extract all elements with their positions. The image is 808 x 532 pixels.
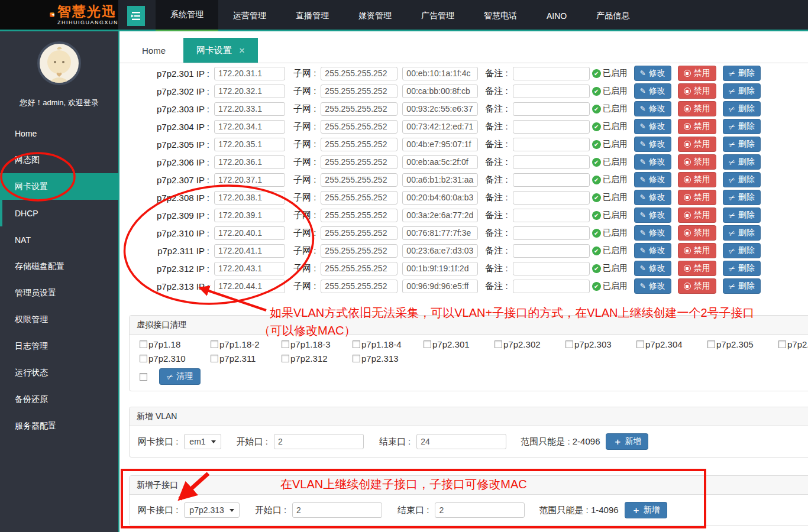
ip-input[interactable] bbox=[214, 138, 285, 151]
checkbox[interactable] bbox=[565, 340, 573, 348]
disable-button[interactable]: 禁用 bbox=[678, 83, 716, 99]
select-all-checkbox[interactable] bbox=[140, 373, 147, 381]
disable-button[interactable]: 禁用 bbox=[678, 101, 716, 116]
checkbox[interactable] bbox=[353, 355, 360, 362]
subiface-start-input[interactable] bbox=[292, 502, 382, 518]
sidebar-item[interactable]: 日志管理 bbox=[0, 333, 118, 359]
sidebar-item[interactable]: 网态图 bbox=[0, 147, 118, 173]
disable-button[interactable]: 禁用 bbox=[678, 172, 716, 187]
ip-input[interactable] bbox=[214, 226, 285, 240]
checkbox[interactable] bbox=[211, 355, 218, 362]
sidebar-item[interactable]: NAT bbox=[0, 226, 118, 253]
edit-button[interactable]: ✎ 修改 bbox=[634, 119, 671, 134]
remark-input[interactable] bbox=[513, 85, 590, 98]
ip-input[interactable] bbox=[214, 262, 285, 275]
mac-input[interactable] bbox=[402, 138, 478, 151]
remark-input[interactable] bbox=[513, 280, 590, 293]
interface-checkbox-item[interactable]: p7p2.306 bbox=[778, 339, 808, 349]
vlan-add-button[interactable]: ＋ 新增 bbox=[606, 433, 648, 450]
edit-button[interactable]: ✎ 修改 bbox=[634, 261, 671, 276]
sidebar-item[interactable]: Home bbox=[0, 120, 118, 147]
remark-input[interactable] bbox=[513, 191, 590, 205]
ip-input[interactable] bbox=[214, 173, 285, 187]
mac-input[interactable] bbox=[402, 67, 478, 80]
edit-button[interactable]: ✎ 修改 bbox=[634, 225, 671, 241]
interface-checkbox-item[interactable]: p7p1.18-3 bbox=[282, 339, 353, 349]
checkbox[interactable] bbox=[707, 340, 715, 348]
vlan-end-input[interactable] bbox=[416, 434, 506, 449]
ip-input[interactable] bbox=[214, 155, 285, 169]
edit-button[interactable]: ✎ 修改 bbox=[634, 66, 671, 81]
sidebar-item[interactable]: DHCP bbox=[0, 200, 118, 226]
disable-button[interactable]: 禁用 bbox=[678, 261, 716, 276]
subnet-input[interactable] bbox=[321, 209, 397, 222]
remark-input[interactable] bbox=[513, 138, 590, 151]
ip-input[interactable] bbox=[214, 102, 285, 116]
navbar-item[interactable]: 运营管理 bbox=[218, 0, 281, 31]
subnet-input[interactable] bbox=[321, 138, 397, 151]
navbar-item[interactable]: 媒资管理 bbox=[344, 0, 406, 31]
disable-button[interactable]: 禁用 bbox=[678, 190, 716, 205]
ip-input[interactable] bbox=[214, 280, 285, 293]
remark-input[interactable] bbox=[513, 102, 590, 116]
ip-input[interactable] bbox=[214, 244, 285, 258]
ip-input[interactable] bbox=[214, 209, 285, 222]
interface-checkbox-item[interactable]: p7p2.302 bbox=[495, 339, 565, 349]
interface-checkbox-item[interactable]: p7p1.18 bbox=[140, 339, 211, 349]
remark-input[interactable] bbox=[513, 262, 590, 275]
sidebar-item[interactable]: 存储磁盘配置 bbox=[0, 253, 118, 280]
checkbox[interactable] bbox=[140, 355, 147, 362]
subiface-end-input[interactable] bbox=[435, 502, 525, 518]
navbar-item[interactable]: 智慧电话 bbox=[469, 0, 532, 31]
remark-input[interactable] bbox=[513, 173, 590, 187]
interface-checkbox-item[interactable]: p7p2.303 bbox=[565, 339, 636, 349]
mac-input[interactable] bbox=[402, 226, 478, 240]
mac-input[interactable] bbox=[402, 262, 478, 275]
mac-input[interactable] bbox=[402, 120, 478, 134]
interface-checkbox-item[interactable]: p7p1.18-4 bbox=[353, 339, 424, 349]
remark-input[interactable] bbox=[513, 209, 590, 222]
interface-checkbox-item[interactable]: p7p2.313 bbox=[353, 353, 424, 364]
ip-input[interactable] bbox=[214, 120, 285, 134]
mac-input[interactable] bbox=[402, 191, 478, 205]
checkbox[interactable] bbox=[495, 340, 502, 348]
edit-button[interactable]: ✎ 修改 bbox=[634, 83, 671, 99]
delete-button[interactable]: ✂ 删除 bbox=[723, 101, 761, 116]
ip-input[interactable] bbox=[214, 85, 285, 98]
subnet-input[interactable] bbox=[321, 67, 397, 80]
subnet-input[interactable] bbox=[321, 155, 397, 169]
remark-input[interactable] bbox=[513, 226, 590, 240]
subiface-add-button[interactable]: ＋ 新增 bbox=[625, 502, 667, 518]
subnet-input[interactable] bbox=[321, 191, 397, 205]
disable-button[interactable]: 禁用 bbox=[678, 278, 716, 294]
checkbox[interactable] bbox=[140, 340, 147, 348]
subnet-input[interactable] bbox=[321, 102, 397, 116]
delete-button[interactable]: ✂ 删除 bbox=[723, 137, 761, 152]
sidebar-toggle-button[interactable] bbox=[127, 6, 145, 26]
disable-button[interactable]: 禁用 bbox=[678, 225, 716, 241]
delete-button[interactable]: ✂ 删除 bbox=[723, 83, 761, 99]
delete-button[interactable]: ✂ 删除 bbox=[723, 207, 761, 223]
delete-button[interactable]: ✂ 删除 bbox=[723, 119, 761, 134]
edit-button[interactable]: ✎ 修改 bbox=[634, 243, 671, 258]
edit-button[interactable]: ✎ 修改 bbox=[634, 172, 671, 187]
ip-input[interactable] bbox=[214, 67, 285, 80]
navbar-item[interactable]: 广告管理 bbox=[406, 0, 469, 31]
mac-input[interactable] bbox=[402, 85, 478, 98]
edit-button[interactable]: ✎ 修改 bbox=[634, 137, 671, 152]
delete-button[interactable]: ✂ 删除 bbox=[723, 261, 761, 276]
tab-network-settings[interactable]: 网卡设置 × bbox=[183, 38, 258, 63]
vlan-interface-select[interactable]: em1 bbox=[184, 434, 221, 449]
subnet-input[interactable] bbox=[321, 226, 397, 240]
disable-button[interactable]: 禁用 bbox=[678, 137, 716, 152]
sidebar-item[interactable]: 备份还原 bbox=[0, 386, 118, 413]
interface-checkbox-item[interactable]: p7p2.304 bbox=[636, 339, 707, 349]
remark-input[interactable] bbox=[513, 155, 590, 169]
interface-checkbox-item[interactable]: p7p2.311 bbox=[211, 353, 282, 364]
sidebar-item[interactable]: 运行状态 bbox=[0, 359, 118, 386]
delete-button[interactable]: ✂ 删除 bbox=[723, 243, 761, 258]
subnet-input[interactable] bbox=[321, 85, 397, 98]
mac-input[interactable] bbox=[402, 155, 478, 169]
mac-input[interactable] bbox=[402, 102, 478, 116]
tab-home[interactable]: Home bbox=[124, 38, 183, 63]
